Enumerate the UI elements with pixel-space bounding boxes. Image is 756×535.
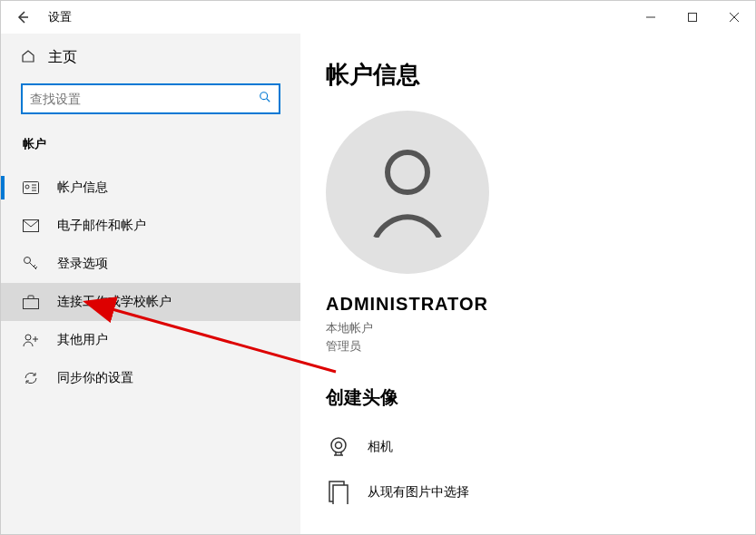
username: ADMINISTRATOR xyxy=(326,294,755,315)
svg-point-21 xyxy=(331,438,346,452)
sidebar-item-account-info[interactable]: 帐户信息 xyxy=(1,169,300,207)
svg-point-7 xyxy=(25,185,29,189)
svg-point-4 xyxy=(260,92,268,100)
camera-option[interactable]: 相机 xyxy=(326,428,755,473)
sidebar-item-sync-settings[interactable]: 同步你的设置 xyxy=(1,359,300,397)
svg-point-22 xyxy=(336,443,342,449)
sidebar-item-label: 电子邮件和帐户 xyxy=(57,218,146,234)
sidebar-item-label: 其他用户 xyxy=(57,332,108,348)
sidebar-item-email-accounts[interactable]: 电子邮件和帐户 xyxy=(1,207,300,245)
browse-icon xyxy=(326,481,351,504)
mail-icon xyxy=(23,219,39,232)
minimize-button[interactable] xyxy=(630,1,672,34)
sidebar-item-work-school[interactable]: 连接工作或学校帐户 xyxy=(1,283,300,321)
window-title: 设置 xyxy=(48,9,72,25)
arrow-left-icon xyxy=(15,10,30,24)
home-label: 主页 xyxy=(48,48,77,67)
sync-icon xyxy=(23,370,39,386)
svg-line-14 xyxy=(34,265,35,267)
svg-line-5 xyxy=(267,99,270,102)
account-card-icon xyxy=(23,181,39,194)
briefcase-icon xyxy=(23,295,39,309)
sidebar-section-label: 帐户 xyxy=(1,127,300,169)
svg-rect-16 xyxy=(24,299,39,309)
role: 管理员 xyxy=(326,338,755,355)
svg-point-20 xyxy=(388,152,427,192)
search-icon xyxy=(259,91,271,107)
svg-rect-24 xyxy=(333,485,348,504)
window-controls xyxy=(630,1,755,34)
camera-icon xyxy=(326,435,351,459)
create-avatar-heading: 创建头像 xyxy=(326,385,755,410)
close-button[interactable] xyxy=(713,1,755,34)
avatar xyxy=(326,111,489,274)
sidebar-item-label: 登录选项 xyxy=(57,256,108,272)
person-icon xyxy=(367,147,448,238)
camera-label: 相机 xyxy=(368,439,393,455)
home-icon xyxy=(21,49,35,67)
svg-point-12 xyxy=(25,258,31,264)
sidebar-item-label: 连接工作或学校帐户 xyxy=(57,294,172,310)
content-area: 帐户信息 ADMINISTRATOR 本地帐户 管理员 创建头像 相机 从现有图… xyxy=(300,34,755,534)
sidebar-item-other-users[interactable]: 其他用户 xyxy=(1,321,300,359)
svg-line-15 xyxy=(35,267,37,268)
svg-rect-11 xyxy=(24,220,39,232)
maximize-button[interactable] xyxy=(672,1,713,34)
close-icon xyxy=(730,13,739,22)
people-icon xyxy=(23,333,39,347)
search-input[interactable] xyxy=(30,92,259,106)
svg-point-17 xyxy=(25,335,31,340)
home-link[interactable]: 主页 xyxy=(1,39,300,76)
sidebar-item-label: 同步你的设置 xyxy=(57,370,133,386)
key-icon xyxy=(23,256,39,272)
sidebar-item-label: 帐户信息 xyxy=(57,180,108,196)
browse-label: 从现有图片中选择 xyxy=(368,484,469,501)
search-input-container[interactable] xyxy=(21,83,280,114)
page-title: 帐户信息 xyxy=(326,59,755,91)
sidebar: 主页 帐户 帐户信息 xyxy=(1,34,300,534)
svg-rect-1 xyxy=(689,14,697,22)
maximize-icon xyxy=(688,13,697,22)
account-type: 本地帐户 xyxy=(326,320,755,336)
browse-option[interactable]: 从现有图片中选择 xyxy=(326,473,755,519)
minimize-icon xyxy=(646,13,655,22)
back-button[interactable] xyxy=(12,6,34,28)
titlebar: 设置 xyxy=(1,1,755,34)
sidebar-item-signin-options[interactable]: 登录选项 xyxy=(1,245,300,283)
